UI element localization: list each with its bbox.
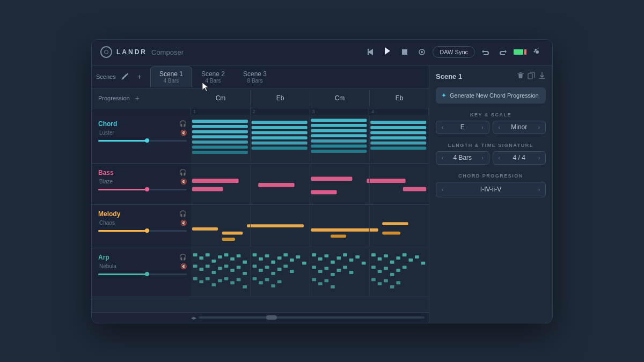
header-controls: DAW Sync	[364, 45, 544, 60]
arp-track-name: Arp	[98, 254, 109, 261]
scene-tabs-row: Scenes + Scene 1 4 Bars Scene 2 4 Bars S…	[92, 65, 429, 89]
svg-rect-87	[290, 258, 294, 261]
duplicate-scene-button[interactable]	[528, 72, 535, 81]
bass-piano-roll[interactable]	[191, 164, 429, 204]
melody-volume-track[interactable]	[98, 230, 187, 232]
arp-piano-roll[interactable]	[191, 248, 429, 297]
chord-track-header: Chord 🎧	[98, 120, 187, 128]
svg-rect-47	[311, 228, 378, 231]
redo-button[interactable]	[496, 46, 509, 58]
scene-tab-3[interactable]: Scene 3 8 Bars	[234, 67, 276, 87]
length-prev-button[interactable]: ‹	[441, 154, 444, 162]
chord-headphone-button[interactable]: 🎧	[179, 120, 187, 127]
chord-cell-4[interactable]: Eb	[370, 90, 429, 106]
svg-rect-134	[390, 272, 394, 276]
length-sig-row: ‹ 4 Bars › ‹ 4 / 4 ›	[436, 151, 546, 165]
add-progression-button[interactable]: +	[134, 93, 141, 104]
arp-headphone-button[interactable]: 🎧	[179, 254, 187, 261]
edit-scenes-button[interactable]	[119, 70, 132, 83]
arp-volume-knob[interactable]	[145, 272, 149, 276]
add-scene-button[interactable]: +	[135, 70, 144, 83]
svg-rect-82	[259, 257, 263, 261]
svg-rect-95	[283, 264, 288, 268]
bass-volume-track[interactable]	[98, 189, 187, 190]
svg-rect-22	[311, 144, 367, 147]
svg-rect-13	[252, 131, 308, 134]
melody-headphone-button[interactable]: 🎧	[179, 210, 187, 217]
svg-rect-80	[243, 285, 247, 289]
svg-rect-121	[331, 285, 335, 289]
horizontal-scrollbar[interactable]	[199, 316, 425, 319]
key-next-button[interactable]: ›	[480, 123, 484, 131]
bar-4: 4	[369, 108, 429, 115]
chord-mute-button[interactable]: 🔇	[180, 130, 187, 136]
svg-rect-94	[277, 268, 282, 271]
settings-button[interactable]	[531, 46, 544, 58]
svg-rect-79	[237, 278, 241, 281]
chord-prog-prev-button[interactable]: ‹	[441, 186, 444, 194]
arp-track-row: Arp 🎧 Nebula 🔇	[92, 248, 429, 297]
svg-rect-98	[259, 281, 263, 284]
progression-label: Progression	[98, 95, 130, 101]
chord-cell-3[interactable]: Cm	[310, 90, 370, 106]
scroll-left-icon: ◂▸	[191, 315, 196, 321]
chord-volume-knob[interactable]	[145, 138, 149, 143]
play-button[interactable]	[381, 45, 394, 60]
svg-rect-12	[252, 125, 308, 129]
chord-prog-next-button[interactable]: ›	[537, 186, 541, 194]
svg-rect-113	[324, 267, 328, 270]
skip-back-button[interactable]	[364, 46, 377, 58]
scene-tab-2[interactable]: Scene 2 4 Bars	[192, 67, 234, 87]
svg-rect-140	[390, 285, 394, 289]
scene-tab-1[interactable]: Scene 1 4 Bars	[150, 67, 192, 87]
melody-volume-knob[interactable]	[145, 228, 149, 233]
svg-rect-29	[370, 146, 426, 150]
download-scene-button[interactable]	[538, 72, 546, 81]
daw-sync-button[interactable]: DAW Sync	[433, 46, 475, 58]
stop-button[interactable]	[398, 46, 411, 58]
svg-rect-85	[277, 256, 282, 260]
chord-volume-track[interactable]	[98, 140, 187, 142]
time-sig-prev-button[interactable]: ‹	[497, 154, 501, 162]
svg-rect-123	[378, 257, 382, 261]
svg-rect-137	[371, 278, 376, 281]
undo-button[interactable]	[479, 46, 492, 58]
delete-scene-button[interactable]	[517, 72, 524, 81]
svg-rect-63	[193, 264, 197, 268]
brand-name: LANDR	[116, 48, 147, 56]
chord-cell-2[interactable]: Eb	[251, 90, 310, 106]
svg-rect-67	[218, 267, 222, 270]
bass-track-header: Bass 🎧	[98, 169, 187, 176]
melody-mute-button[interactable]: 🔇	[180, 220, 187, 226]
trash-icon	[517, 72, 524, 79]
key-scale-section: KEY & SCALE ‹ E › ‹ Minor ›	[436, 110, 546, 134]
bass-volume-knob[interactable]	[145, 187, 149, 191]
logo-icon	[100, 46, 112, 58]
bass-mute-button[interactable]: 🔇	[180, 179, 187, 184]
chord-piano-roll[interactable]	[191, 115, 429, 163]
svg-rect-101	[277, 280, 282, 283]
svg-rect-125	[390, 260, 394, 263]
arp-mute-button[interactable]: 🔇	[180, 263, 187, 269]
generate-progression-button[interactable]: ✦ Generate New Chord Progression	[436, 87, 546, 104]
melody-piano-roll[interactable]	[191, 205, 429, 248]
melody-track-row: Melody 🎧 Chaos 🔇	[92, 205, 429, 248]
svg-rect-60	[230, 257, 235, 261]
svg-rect-18	[311, 124, 367, 127]
midi-button[interactable]	[415, 46, 428, 58]
length-next-button[interactable]: ›	[480, 154, 484, 162]
chord-cell-1[interactable]: Cm	[191, 90, 251, 106]
svg-rect-8	[192, 140, 248, 143]
svg-rect-45	[247, 224, 304, 227]
svg-rect-49	[382, 222, 408, 225]
svg-rect-133	[384, 267, 388, 270]
scale-prev-button[interactable]: ‹	[497, 123, 501, 131]
arp-volume-track[interactable]	[98, 274, 187, 275]
time-sig-next-button[interactable]: ›	[537, 154, 541, 162]
svg-rect-23	[311, 150, 367, 153]
key-prev-button[interactable]: ‹	[441, 123, 444, 131]
scale-next-button[interactable]: ›	[537, 123, 541, 131]
svg-rect-70	[237, 265, 241, 269]
scroll-thumb[interactable]	[266, 315, 277, 320]
bass-headphone-button[interactable]: 🎧	[179, 169, 187, 176]
